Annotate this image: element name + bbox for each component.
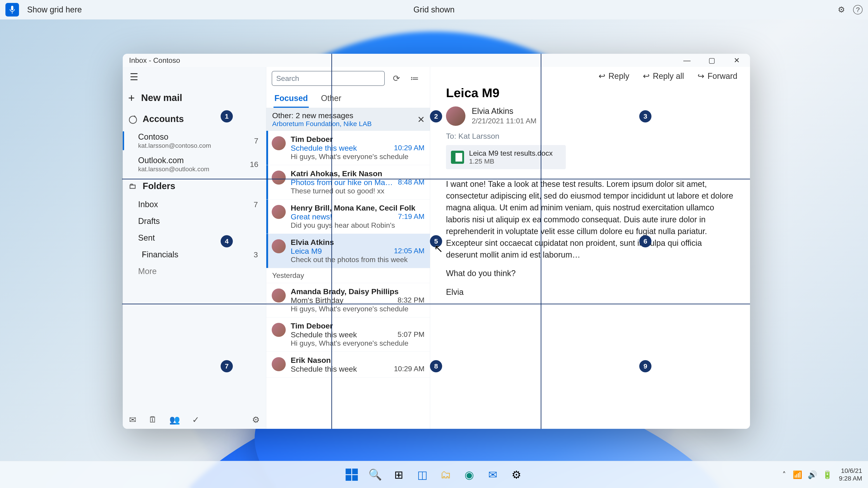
message-subject: Mom's Birthday bbox=[291, 296, 343, 305]
message-from: Erik Nason bbox=[291, 356, 425, 365]
folder-financials[interactable]: ›Financials 3 bbox=[123, 246, 266, 263]
person-icon: ◯̀ bbox=[129, 115, 137, 124]
calendar-icon[interactable]: 🗓 bbox=[149, 415, 157, 425]
todo-icon[interactable]: ✓ bbox=[192, 415, 199, 425]
to-label: To: bbox=[446, 132, 456, 140]
folder-drafts[interactable]: Drafts bbox=[123, 213, 266, 230]
message-from: Tim Deboer bbox=[291, 322, 425, 330]
dismiss-banner-icon[interactable]: ✕ bbox=[417, 114, 425, 125]
voice-access-bar: Show grid here Grid shown ⚙ ? bbox=[0, 0, 868, 20]
folders-header[interactable]: 🗀 Folders bbox=[123, 176, 266, 196]
sent-date: 2/21/2021 11:01 AM bbox=[472, 117, 536, 125]
message-from: Elvia Atkins bbox=[291, 238, 425, 247]
recipients: To: Kat Larsson bbox=[446, 132, 734, 140]
folder-icon: 🗀 bbox=[129, 182, 137, 191]
message-subject: Photos from our hike on Maple bbox=[291, 178, 394, 187]
widgets-button[interactable]: ◫ bbox=[413, 465, 432, 484]
task-view-button[interactable]: ⊞ bbox=[390, 465, 408, 484]
other-banner[interactable]: Other: 2 new messages Arboretum Foundati… bbox=[266, 108, 430, 131]
folder-name: Inbox bbox=[138, 200, 158, 209]
folders-more[interactable]: More bbox=[123, 263, 266, 280]
message-time: 12:05 AM bbox=[394, 247, 425, 256]
other-banner-sub: Arboretum Foundation, Nike LAB bbox=[272, 120, 424, 128]
voice-status-text: Grid shown bbox=[413, 5, 455, 14]
reply-all-button[interactable]: ↩Reply all bbox=[643, 71, 684, 81]
people-icon[interactable]: 👥 bbox=[169, 415, 180, 425]
body-signature: Elvia bbox=[446, 286, 734, 298]
reply-button[interactable]: ↩Reply bbox=[598, 71, 629, 81]
search-button[interactable]: 🔍 bbox=[366, 465, 384, 484]
account-email: kat.larsson@outlook.com bbox=[138, 166, 209, 173]
taskbar[interactable]: 🔍 ⊞ ◫ 🗂 ◉ ✉ ⚙ ˄ 📶 🔊 🔋 10/6/21 9:28 AM bbox=[0, 461, 868, 488]
avatar bbox=[272, 170, 286, 185]
reader-subject: Leica M9 bbox=[446, 86, 734, 100]
attachment[interactable]: Leica M9 test results.docx 1.25 MB bbox=[446, 145, 566, 169]
message-body: I want one! Take a look at these test re… bbox=[430, 169, 750, 314]
help-icon[interactable]: ? bbox=[853, 5, 863, 14]
message-item[interactable]: Tim DeboerSchedule this week10:29 AMHi g… bbox=[266, 131, 430, 165]
battery-icon[interactable]: 🔋 bbox=[823, 470, 832, 479]
new-mail-button[interactable]: + New mail bbox=[123, 87, 266, 109]
message-from: Katri Ahokas, Erik Nason bbox=[291, 169, 425, 178]
message-item[interactable]: Tim DeboerSchedule this week5:07 PMHi gu… bbox=[266, 318, 430, 352]
settings-icon[interactable]: ⚙ bbox=[838, 5, 845, 14]
folder-count: 3 bbox=[254, 250, 258, 259]
start-button[interactable] bbox=[342, 465, 361, 484]
search-input[interactable]: Search bbox=[272, 71, 385, 86]
attachment-name: Leica M9 test results.docx bbox=[469, 149, 553, 158]
edge-icon[interactable]: ◉ bbox=[460, 465, 478, 484]
message-item[interactable]: Amanda Brady, Daisy PhillipsMom's Birthd… bbox=[266, 283, 430, 318]
file-explorer-icon[interactable]: 🗂 bbox=[436, 465, 455, 484]
close-button[interactable]: ✕ bbox=[724, 54, 749, 67]
message-item[interactable]: Katri Ahokas, Erik NasonPhotos from our … bbox=[266, 165, 430, 199]
sender-name: Elvia Atkins bbox=[472, 106, 536, 116]
message-list-pane: Search ⟳ ≔ Focused Other Other: 2 new me… bbox=[266, 67, 430, 429]
folders-label: Folders bbox=[143, 181, 175, 191]
message-preview: These turned out so good! xx bbox=[291, 187, 425, 195]
forward-button[interactable]: ↪Forward bbox=[698, 71, 737, 81]
folder-name: Drafts bbox=[138, 217, 160, 226]
network-icon[interactable]: 📶 bbox=[793, 470, 802, 479]
minimize-button[interactable]: ― bbox=[675, 54, 700, 67]
tab-other[interactable]: Other bbox=[320, 90, 342, 108]
message-subject: Schedule this week bbox=[291, 144, 357, 153]
message-item[interactable]: Erik NasonSchedule this week10:29 AM bbox=[266, 352, 430, 378]
titlebar[interactable]: Inbox - Contoso ― ▢ ✕ bbox=[123, 54, 750, 67]
mail-icon[interactable]: ✉ bbox=[129, 415, 136, 425]
tab-focused[interactable]: Focused bbox=[274, 90, 309, 108]
mail-window: Inbox - Contoso ― ▢ ✕ ☰ + New mail ◯̀ Ac… bbox=[123, 54, 750, 429]
select-mode-icon[interactable]: ≔ bbox=[408, 73, 421, 84]
to-name: Kat Larsson bbox=[458, 132, 499, 140]
message-time: 10:29 AM bbox=[394, 144, 425, 153]
account-contoso[interactable]: Contoso kat.larsson@contoso.com 7 bbox=[123, 129, 266, 153]
clock[interactable]: 10/6/21 9:28 AM bbox=[839, 467, 862, 482]
taskbar-date: 10/6/21 bbox=[839, 467, 862, 475]
account-count: 7 bbox=[254, 136, 258, 145]
tray-chevron-icon[interactable]: ˄ bbox=[782, 470, 786, 479]
attachment-size: 1.25 MB bbox=[469, 158, 553, 165]
message-time: 8:48 AM bbox=[398, 178, 425, 187]
settings-icon[interactable]: ⚙ bbox=[252, 415, 260, 425]
account-email: kat.larsson@contoso.com bbox=[138, 142, 211, 149]
mail-app-icon[interactable]: ✉ bbox=[484, 465, 502, 484]
settings-app-icon[interactable]: ⚙ bbox=[507, 465, 526, 484]
message-item[interactable]: Elvia AtkinsLeica M912:05 AMCheck out th… bbox=[266, 234, 430, 268]
sync-icon[interactable]: ⟳ bbox=[390, 73, 403, 84]
message-subject: Schedule this week bbox=[291, 365, 357, 373]
folder-sent[interactable]: Sent bbox=[123, 230, 266, 246]
message-subject: Great news! bbox=[291, 213, 332, 221]
volume-icon[interactable]: 🔊 bbox=[808, 470, 817, 479]
maximize-button[interactable]: ▢ bbox=[700, 54, 724, 67]
reading-pane: ↩Reply ↩Reply all ↪Forward Leica M9 Elvi… bbox=[430, 67, 750, 429]
account-outlook[interactable]: Outlook.com kat.larsson@outlook.com 16 bbox=[123, 153, 266, 176]
body-paragraph: What do you think? bbox=[446, 267, 734, 279]
hamburger-button[interactable]: ☰ bbox=[127, 70, 141, 84]
excel-icon bbox=[451, 151, 464, 164]
message-time: 8:32 PM bbox=[398, 296, 425, 305]
mic-button[interactable] bbox=[5, 3, 19, 17]
forward-label: Forward bbox=[708, 71, 737, 81]
message-item[interactable]: Henry Brill, Mona Kane, Cecil FolkGreat … bbox=[266, 199, 430, 234]
folder-inbox[interactable]: Inbox 7 bbox=[123, 196, 266, 213]
plus-icon: + bbox=[128, 91, 135, 104]
accounts-header[interactable]: ◯̀ Accounts bbox=[123, 109, 266, 129]
